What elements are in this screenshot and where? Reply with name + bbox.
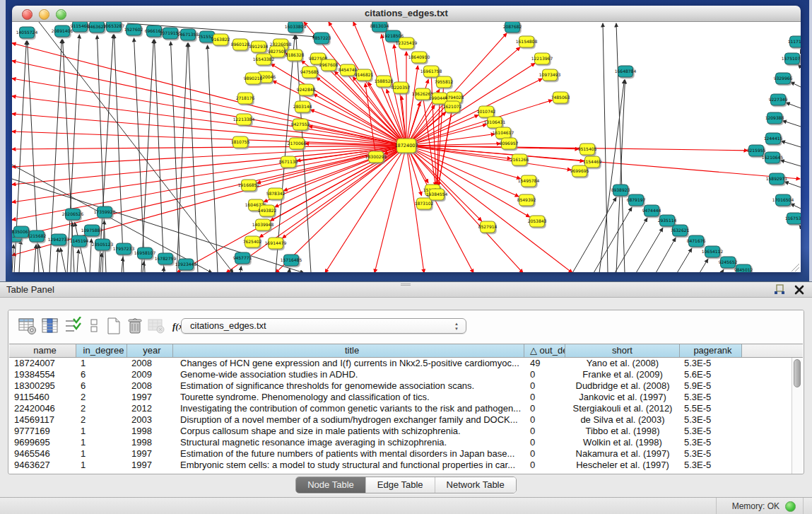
graph-node[interactable]: 14671358 [177,29,199,40]
graph-edge[interactable] [677,248,692,272]
graph-edge[interactable] [114,35,124,272]
graph-edge[interactable] [791,204,801,209]
graph-node[interactable]: 8912934 [249,41,269,52]
graph-node[interactable]: 1621072 [443,101,462,112]
graph-node[interactable]: 16033809 [285,22,307,33]
graph-node[interactable]: 1215682 [28,230,47,242]
column-header-name[interactable]: name [9,344,76,357]
graph-node[interactable]: 15716485 [281,255,302,266]
delete-rows-button[interactable] [126,317,144,335]
graph-edge[interactable] [12,245,13,272]
graph-edge[interactable] [12,114,406,146]
graph-edge[interactable] [791,82,801,87]
graph-node[interactable]: 10975887 [81,225,103,236]
table-settings-button[interactable] [18,317,37,335]
column-visibility-button[interactable] [41,317,59,335]
column-header-pagerank[interactable]: pagerank [680,344,742,357]
graph-node[interactable]: 15892971 [766,173,788,185]
column-header-year[interactable]: year [127,344,173,357]
graph-node[interactable]: 8549392 [517,194,536,206]
row-height-button[interactable] [85,317,103,335]
graph-node[interactable]: 14055724 [16,27,38,38]
graph-node[interactable]: 23505123 [92,239,114,250]
graph-node[interactable]: 1493822 [258,205,277,216]
graph-edge[interactable] [60,248,66,272]
graph-edge[interactable] [240,267,241,272]
graph-node[interactable]: 8096957 [500,138,519,149]
graph-node[interactable]: 15495784 [518,175,540,187]
table-scrollbar-thumb[interactable] [794,359,801,387]
graph-node[interactable]: 2967608 [319,59,339,71]
graph-node[interactable]: 8671130 [279,156,298,168]
graph-edge[interactable] [786,103,801,108]
close-panel-icon[interactable] [794,284,805,296]
graph-node[interactable]: 9245652 [719,257,738,268]
table-row[interactable]: 977716911998Corpus callosum shape and si… [9,426,792,437]
table-row[interactable]: 1456911722003Disruption of a novel membe… [9,414,792,426]
graph-node[interactable]: 2053843 [528,216,547,227]
graph-node[interactable]: 8220357 [392,82,411,93]
graph-edge[interactable] [722,269,724,272]
graph-node[interactable]: 8938923 [611,185,630,196]
column-header-in_degree[interactable]: in_degree [76,344,127,357]
select-rows-button[interactable] [64,317,82,335]
table-row[interactable]: 1938455462009Genome-wide association stu… [9,369,792,380]
graph-node[interactable]: 16648784 [615,66,637,77]
graph-node[interactable]: 17957233 [113,243,135,255]
graph-node[interactable]: 1117197 [788,36,801,47]
graph-edge[interactable] [431,71,436,186]
graph-node[interactable]: 8813034 [370,22,389,32]
graph-node[interactable]: 12923448 [175,259,197,270]
table-row[interactable]: 969969511998Structural magnetic resonanc… [9,437,792,448]
graph-node[interactable]: 2935114 [658,215,677,226]
graph-edge[interactable] [97,35,106,272]
graph-edge[interactable] [122,257,123,272]
graph-edge[interactable] [780,160,801,166]
graph-edge[interactable] [38,245,44,272]
graph-edge[interactable] [594,207,632,272]
table-selector[interactable]: citations_edges.txt ▲▼ [181,318,466,334]
float-panel-icon[interactable] [774,284,785,296]
graph-node[interactable]: 12213967 [531,53,553,64]
graph-edge[interactable] [636,228,663,272]
graph-node[interactable]: 16210645 [762,152,784,163]
graph-node[interactable]: 16104617 [493,127,514,139]
panel-splitter-handle[interactable] [399,283,412,287]
graph-node[interactable]: 16914479 [265,238,287,249]
graph-node[interactable]: 8427552 [291,119,310,130]
graph-edge[interactable] [19,240,20,272]
graph-node[interactable]: 1810755 [231,136,250,148]
tab-node-table[interactable]: Node Table [296,477,365,493]
graph-node[interactable]: 1527602 [124,24,143,35]
graph-node[interactable]: 9146821 [355,69,374,81]
table-row[interactable]: 946554611997Estimation of the future num… [9,448,792,460]
graph-node[interactable]: 8471676 [687,235,706,247]
table-row[interactable]: 1872400712008Changes of HCN gene express… [9,358,792,369]
graph-node[interactable]: 9227349 [769,94,788,105]
graph-edge[interactable] [616,23,625,272]
table-row[interactable]: 911546021997Tourette syndrome. Phenomeno… [9,392,792,403]
memory-ok-indicator[interactable] [785,501,796,512]
graph-edge[interactable] [71,223,73,272]
graph-node[interactable]: 9329966 [774,73,793,84]
graph-edge[interactable] [798,64,801,67]
graph-node[interactable]: 16154808 [516,36,538,47]
graph-edge[interactable] [12,43,406,146]
graph-node[interactable]: 9115460 [71,22,90,32]
graph-edge[interactable] [572,197,616,272]
graph-node[interactable]: 19166852 [238,180,260,191]
graph-edge[interactable] [141,40,153,272]
graph-hub-node[interactable]: 18724007 [394,139,418,153]
graph-node[interactable]: 6879197 [627,194,646,206]
graph-node[interactable]: 1244415 [764,133,783,144]
graph-node[interactable]: 8960128 [231,39,250,50]
table-row[interactable]: 2242004622012Investigating the contribut… [9,403,792,414]
graph-node[interactable]: 12213384 [233,114,255,125]
canvas-resize-grip[interactable] [792,264,799,271]
graph-edge[interactable] [276,35,295,272]
graph-node[interactable]: 2087682 [503,22,522,33]
graph-edge[interactable] [781,141,801,147]
graph-node[interactable]: 2803144 [293,101,312,112]
graph-node[interactable]: 15751074 [782,53,801,64]
graph-node[interactable]: 10653287 [103,22,125,32]
